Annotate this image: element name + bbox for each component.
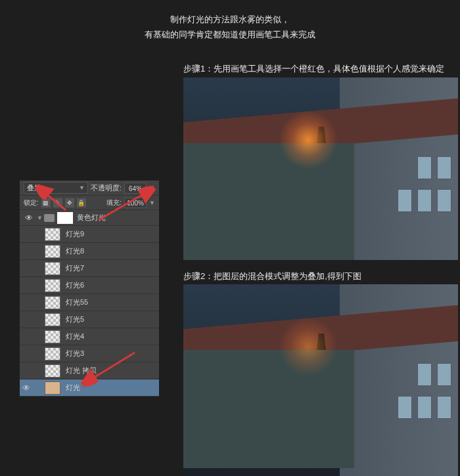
layer-item[interactable]: 灯光 拷贝: [20, 362, 159, 379]
chevron-down-icon[interactable]: ▼: [37, 215, 43, 221]
header-line1: 制作灯光的方法跟水雾的类似，: [0, 12, 460, 27]
layer-name: 灯光9: [66, 229, 159, 239]
opacity-label: 不透明度:: [91, 183, 122, 193]
layer-thumbnail: [45, 296, 60, 309]
layer-group[interactable]: 👁 ▼ 黄色灯光: [20, 210, 159, 226]
lock-label: 锁定:: [24, 198, 39, 207]
layer-name: 灯光6: [66, 280, 159, 290]
layer-thumbnail: [45, 313, 60, 326]
blend-mode-select[interactable]: 叠加 ▼: [24, 182, 88, 194]
visibility-toggle[interactable]: 👁: [22, 213, 35, 223]
fill-label: 填充:: [106, 198, 122, 207]
layer-item[interactable]: 灯光3: [20, 345, 159, 362]
group-thumbnail: [57, 212, 73, 224]
layer-item[interactable]: 灯光8: [20, 243, 159, 260]
header-line2: 有基础的同学肯定都知道使用画笔工具来完成: [0, 27, 460, 42]
layer-name: 灯光8: [66, 246, 159, 256]
lock-transparent-icon[interactable]: ▦: [41, 198, 51, 207]
preview-image-1: [183, 77, 458, 260]
step2-label: 步骤2：把图层的混合模式调整为叠加,得到下图: [183, 270, 361, 282]
layer-thumbnail: [45, 245, 60, 258]
fill-input[interactable]: 100%: [124, 198, 147, 208]
preview-image-2: [183, 284, 458, 476]
layer-item[interactable]: 灯光7: [20, 260, 159, 277]
step1-label: 步骤1：先用画笔工具选择一个橙红色，具体色值根据个人感觉来确定: [183, 63, 444, 75]
layer-thumbnail: [45, 262, 60, 275]
lock-all-icon[interactable]: 🔒: [77, 198, 86, 207]
group-name: 黄色灯光: [77, 213, 106, 223]
opacity-input[interactable]: 64%: [124, 183, 147, 194]
lock-position-icon[interactable]: ✥: [65, 198, 74, 207]
light-glow: [279, 317, 338, 376]
layer-name: 灯光: [66, 383, 159, 393]
layer-item[interactable]: 灯光55: [20, 294, 159, 311]
layer-name: 灯光4: [66, 332, 159, 341]
lock-brush-icon[interactable]: ✎: [53, 198, 62, 207]
header-text: 制作灯光的方法跟水雾的类似， 有基础的同学肯定都知道使用画笔工具来完成: [0, 0, 460, 49]
blend-mode-value: 叠加: [27, 183, 41, 193]
layer-item[interactable]: 👁灯光: [20, 379, 159, 397]
layer-thumbnail: [45, 330, 60, 343]
layers-panel: 叠加 ▼ 不透明度: 64% ▼ 锁定: ▦ ✎ ✥ 🔒 填充: 100% ▼ …: [20, 181, 159, 397]
layer-thumbnail: [45, 381, 60, 395]
layer-item[interactable]: 灯光4: [20, 328, 159, 345]
folder-icon: [44, 214, 55, 222]
layer-thumbnail: [45, 228, 60, 241]
layer-name: 灯光5: [66, 314, 159, 324]
layer-name: 灯光55: [66, 297, 159, 307]
layer-item[interactable]: 灯光6: [20, 277, 159, 294]
chevron-down-icon[interactable]: ▼: [149, 200, 155, 206]
layer-name: 灯光7: [66, 263, 159, 273]
chevron-down-icon: ▼: [79, 184, 85, 191]
layer-item[interactable]: 灯光9: [20, 226, 159, 243]
layer-thumbnail: [45, 279, 60, 292]
chevron-down-icon[interactable]: ▼: [149, 184, 155, 191]
layer-name: 灯光 拷贝: [66, 366, 159, 376]
layer-item[interactable]: 灯光5: [20, 311, 159, 328]
layer-thumbnail: [45, 364, 60, 378]
light-glow: [279, 110, 338, 169]
layer-name: 灯光3: [66, 349, 159, 358]
visibility-toggle[interactable]: 👁: [20, 383, 33, 393]
layer-thumbnail: [45, 347, 60, 360]
